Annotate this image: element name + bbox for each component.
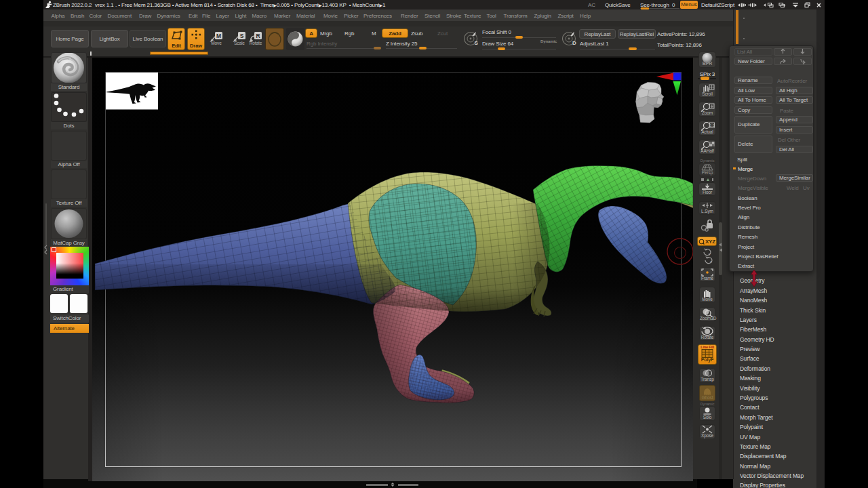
svg-text:D: D <box>572 40 576 46</box>
svg-text:S: S <box>475 40 479 46</box>
svg-text:R: R <box>256 33 260 39</box>
svg-text:S: S <box>240 33 244 39</box>
svg-text:z: z <box>710 260 712 264</box>
svg-text:BPR: BPR <box>703 61 712 66</box>
svg-text:M: M <box>216 33 221 39</box>
svg-text:y: y <box>709 251 711 256</box>
svg-text:1:1: 1:1 <box>709 123 714 127</box>
